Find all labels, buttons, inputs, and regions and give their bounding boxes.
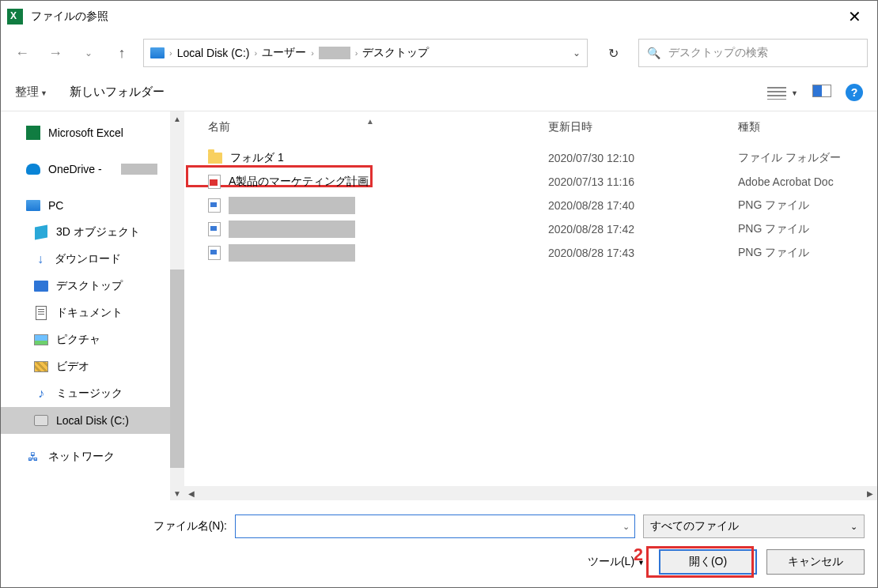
col-name[interactable]: 名前▲ bbox=[208, 120, 548, 134]
tree-pc[interactable]: PC bbox=[1, 192, 170, 219]
image-icon bbox=[208, 246, 221, 260]
tree-localdisk[interactable]: Local Disk (C:) bbox=[1, 407, 170, 434]
pc-icon bbox=[150, 47, 165, 58]
tree-3d[interactable]: 3D オブジェクト bbox=[1, 219, 170, 246]
tree-network[interactable]: 🖧ネットワーク bbox=[1, 443, 170, 470]
search-placeholder: デスクトップの検索 bbox=[668, 46, 768, 60]
chevron-right-icon: › bbox=[254, 48, 257, 58]
sidebar-scrollbar[interactable]: ▲ ▼ bbox=[170, 111, 184, 500]
sort-asc-icon: ▲ bbox=[366, 117, 374, 126]
col-date[interactable]: 更新日時 bbox=[548, 120, 738, 134]
tree-pictures[interactable]: ピクチャ bbox=[1, 326, 170, 353]
address-dropdown[interactable]: ⌄ bbox=[573, 47, 581, 58]
tree-onedrive[interactable]: OneDrive - bbox=[1, 156, 170, 183]
close-button[interactable]: ✕ bbox=[838, 4, 871, 29]
file-area: 名前▲ 更新日時 種類 1 フォルダ 1 2020/07/30 12:10 ファ… bbox=[184, 111, 877, 500]
file-row[interactable]: A製品のマーケティング計画 2020/07/13 11:16 Adobe Acr… bbox=[208, 170, 877, 194]
help-button[interactable]: ? bbox=[846, 84, 863, 101]
nav-tree: Microsoft Excel OneDrive - PC 3D オブジェクト … bbox=[1, 111, 170, 500]
open-button[interactable]: 開く(O) bbox=[659, 549, 757, 575]
view-details-button[interactable]: ▼ bbox=[767, 85, 798, 99]
chevron-right-icon: › bbox=[355, 48, 358, 58]
chevron-right-icon: › bbox=[169, 48, 172, 58]
recent-dropdown[interactable]: ⌄ bbox=[77, 41, 100, 65]
toolbar: 整理▼ 新しいフォルダー ▼ ? bbox=[1, 74, 877, 111]
body: Microsoft Excel OneDrive - PC 3D オブジェクト … bbox=[1, 111, 877, 500]
preview-pane-button[interactable] bbox=[812, 85, 831, 100]
crumb-users[interactable]: ユーザー bbox=[262, 46, 306, 60]
crumb-root[interactable]: Local Disk (C:) bbox=[177, 47, 250, 59]
crumb-desktop[interactable]: デスクトップ bbox=[362, 46, 429, 60]
cancel-button[interactable]: キャンセル bbox=[766, 549, 865, 575]
search-icon: 🔍 bbox=[647, 47, 660, 59]
filename-input[interactable]: ⌄ bbox=[235, 514, 635, 538]
file-list: 1 フォルダ 1 2020/07/30 12:10 ファイル フォルダー A製品… bbox=[184, 143, 877, 486]
file-row[interactable]: フォルダ 1 2020/07/30 12:10 ファイル フォルダー bbox=[208, 146, 877, 170]
up-button[interactable]: ↑ bbox=[110, 41, 134, 65]
image-icon bbox=[208, 222, 221, 236]
tree-desktop[interactable]: デスクトップ bbox=[1, 273, 170, 300]
back-button[interactable]: ← bbox=[10, 41, 34, 65]
col-type[interactable]: 種類 bbox=[738, 120, 877, 134]
sidebar: Microsoft Excel OneDrive - PC 3D オブジェクト … bbox=[1, 111, 184, 500]
tree-downloads[interactable]: ↓ダウンロード bbox=[1, 246, 170, 273]
new-folder-button[interactable]: 新しいフォルダー bbox=[70, 85, 165, 100]
titlebar: ファイルの参照 ✕ bbox=[1, 1, 877, 32]
pdf-icon bbox=[208, 175, 221, 189]
file-row[interactable]: 2020/08/28 17:42 PNG ファイル bbox=[208, 217, 877, 241]
column-headers: 名前▲ 更新日時 種類 bbox=[184, 111, 877, 143]
organize-menu[interactable]: 整理▼ bbox=[15, 85, 47, 100]
tree-videos[interactable]: ビデオ bbox=[1, 353, 170, 380]
image-icon bbox=[208, 198, 221, 213]
dialog-title: ファイルの参照 bbox=[31, 9, 108, 24]
annotation-2: 2 bbox=[634, 545, 643, 565]
filetype-filter[interactable]: すべてのファイル⌄ bbox=[643, 514, 865, 538]
tree-documents[interactable]: ドキュメント bbox=[1, 300, 170, 326]
file-dialog: ファイルの参照 ✕ ← → ⌄ ↑ › Local Disk (C:) › ユー… bbox=[0, 0, 878, 588]
forward-button[interactable]: → bbox=[44, 41, 67, 65]
tree-music[interactable]: ♪ミュージック bbox=[1, 380, 170, 407]
bottom-panel: ファイル名(N): ⌄ すべてのファイル⌄ 2 ツール(L)▼ 開く(O) キャ… bbox=[1, 500, 877, 587]
folder-icon bbox=[208, 153, 222, 164]
crumb-redacted[interactable] bbox=[319, 47, 350, 59]
chevron-right-icon: › bbox=[311, 48, 314, 58]
address-bar[interactable]: › Local Disk (C:) › ユーザー › › デスクトップ ⌄ bbox=[143, 39, 588, 67]
file-row[interactable]: 2020/08/28 17:40 PNG ファイル bbox=[208, 194, 877, 217]
file-hscrollbar[interactable]: ◀▶ bbox=[184, 486, 877, 500]
search-input[interactable]: 🔍 デスクトップの検索 bbox=[638, 39, 868, 67]
file-row[interactable]: 2020/08/28 17:43 PNG ファイル bbox=[208, 241, 877, 265]
excel-icon bbox=[7, 9, 23, 24]
refresh-button[interactable]: ↻ bbox=[597, 46, 629, 61]
tree-excel[interactable]: Microsoft Excel bbox=[1, 119, 170, 146]
nav-row: ← → ⌄ ↑ › Local Disk (C:) › ユーザー › › デスク… bbox=[1, 32, 877, 74]
filename-label: ファイル名(N): bbox=[13, 519, 227, 533]
